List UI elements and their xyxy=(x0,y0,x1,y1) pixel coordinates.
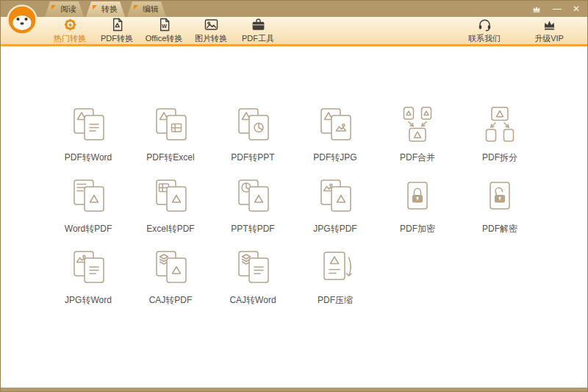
title-tabs: 阅读转换编辑 xyxy=(45,1,168,17)
toolbar-nav: 热门转换PDF转换WOffice转换图片转换PDF工具 xyxy=(46,17,282,44)
feature-label: CAJ转PDF xyxy=(149,294,193,307)
app-logo xyxy=(7,4,37,35)
feature-label: PDF解密 xyxy=(482,223,517,235)
tab-fold-icon xyxy=(51,5,56,10)
feature-word-to-pdf[interactable]: Word转PDF xyxy=(47,175,129,235)
tab-fold-icon xyxy=(93,5,97,10)
feature-label: JPG转Word xyxy=(65,294,112,307)
app-window: 阅读转换编辑 —✕ 热门转换PDF转换WOffice转换图片转换PDF工具 联系… xyxy=(0,0,588,392)
caj-to-word-icon xyxy=(232,246,273,288)
svg-text:W: W xyxy=(161,23,166,29)
toolbar-actions: 联系我们升级VIP xyxy=(461,18,577,44)
feature-pdf-to-jpg[interactable]: PDF转JPG xyxy=(294,104,376,164)
bottom-strip xyxy=(1,388,587,391)
tab-fold-icon xyxy=(134,5,138,10)
nav-item-label: PDF工具 xyxy=(242,33,274,44)
pdf-to-jpg-icon xyxy=(315,104,356,145)
feature-label: JPG转PDF xyxy=(313,223,356,235)
feature-pdf-to-word[interactable]: PDF转Word xyxy=(47,104,129,164)
title-tab-read[interactable]: 阅读 xyxy=(45,1,84,17)
office-document-icon: W xyxy=(157,18,172,32)
feature-ppt-to-pdf[interactable]: PPT转PDF xyxy=(212,175,294,235)
nav-item-label: Office转换 xyxy=(146,33,183,44)
crown-icon xyxy=(542,18,557,32)
nav-item-image[interactable]: 图片转换 xyxy=(187,17,234,44)
feature-label: PDF合并 xyxy=(400,152,435,164)
feature-jpg-to-word[interactable]: JPG转Word xyxy=(47,246,129,307)
caj-to-pdf-icon xyxy=(150,246,191,288)
feature-pdf-merge[interactable]: PDF合并 xyxy=(376,104,459,164)
main-content: PDF转WordPDF转ExcelPDF转PPTPDF转JPGPDF合并PDF拆… xyxy=(1,46,587,388)
feature-pdf-to-ppt[interactable]: PDF转PPT xyxy=(212,104,294,164)
feature-label: Word转PDF xyxy=(65,223,112,235)
feature-pdf-to-excel[interactable]: PDF转Excel xyxy=(129,104,212,164)
feature-pdf-split[interactable]: PDF拆分 xyxy=(459,104,541,164)
feature-label: PDF转Excel xyxy=(146,152,194,164)
crown-icon[interactable] xyxy=(531,4,542,14)
nav-item-label: 热门转换 xyxy=(54,33,86,44)
pdf-to-word-icon xyxy=(68,104,109,145)
pdf-decrypt-icon xyxy=(479,175,520,216)
action-label: 升级VIP xyxy=(534,33,564,44)
nav-item-office[interactable]: WOffice转换 xyxy=(140,17,187,44)
hot-badge-icon xyxy=(62,18,78,32)
pdf-split-icon xyxy=(479,104,520,145)
minimize-button[interactable]: — xyxy=(553,4,562,13)
briefcase-icon xyxy=(251,18,266,32)
ppt-to-pdf-icon xyxy=(232,175,273,216)
pdf-document-icon xyxy=(110,18,125,32)
conversion-grid: PDF转WordPDF转ExcelPDF转PPTPDF转JPGPDF合并PDF拆… xyxy=(1,46,587,307)
feature-label: PPT转PDF xyxy=(231,223,274,235)
titlebar: 阅读转换编辑 —✕ xyxy=(1,1,587,17)
pdf-to-ppt-icon xyxy=(232,104,273,145)
window-controls: —✕ xyxy=(531,1,580,17)
action-label: 联系我们 xyxy=(468,33,501,44)
nav-item-label: PDF转换 xyxy=(101,33,133,44)
pdf-merge-icon xyxy=(397,104,438,145)
feature-label: PDF加密 xyxy=(400,223,435,235)
feature-label: Excel转PDF xyxy=(146,223,194,235)
feature-label: PDF压缩 xyxy=(318,294,353,307)
tab-label: 转换 xyxy=(101,4,118,15)
tab-label: 编辑 xyxy=(143,4,159,15)
feature-label: PDF转JPG xyxy=(313,152,356,164)
word-to-pdf-icon xyxy=(68,175,109,216)
feature-label: CAJ转Word xyxy=(229,294,276,307)
pdf-compress-icon xyxy=(315,246,356,288)
feature-pdf-encrypt[interactable]: PDF加密 xyxy=(376,175,459,235)
nav-item-tools[interactable]: PDF工具 xyxy=(234,17,282,44)
jpg-to-pdf-icon xyxy=(315,175,356,216)
toolbar: 热门转换PDF转换WOffice转换图片转换PDF工具 联系我们升级VIP xyxy=(1,17,587,46)
nav-item-pdf[interactable]: PDF转换 xyxy=(93,17,140,44)
feature-pdf-compress[interactable]: PDF压缩 xyxy=(294,246,376,307)
excel-to-pdf-icon xyxy=(150,175,191,216)
tab-label: 阅读 xyxy=(60,4,76,15)
pdf-encrypt-icon xyxy=(397,175,438,216)
pdf-to-excel-icon xyxy=(150,104,191,145)
nav-item-hot[interactable]: 热门转换 xyxy=(46,17,93,44)
feature-excel-to-pdf[interactable]: Excel转PDF xyxy=(129,175,212,235)
feature-label: PDF拆分 xyxy=(482,152,517,164)
feature-jpg-to-pdf[interactable]: JPG转PDF xyxy=(294,175,376,235)
close-button[interactable]: ✕ xyxy=(573,4,580,13)
headset-icon xyxy=(477,18,492,32)
action-vip[interactable]: 升级VIP xyxy=(526,18,573,44)
nav-item-label: 图片转换 xyxy=(195,33,227,44)
image-icon xyxy=(204,18,219,32)
title-tab-convert[interactable]: 转换 xyxy=(86,1,125,17)
title-tab-edit[interactable]: 编辑 xyxy=(127,1,166,17)
feature-caj-to-word[interactable]: CAJ转Word xyxy=(212,246,294,307)
action-contact[interactable]: 联系我们 xyxy=(461,18,508,44)
feature-pdf-decrypt[interactable]: PDF解密 xyxy=(459,175,541,235)
feature-label: PDF转Word xyxy=(65,152,112,164)
feature-label: PDF转PPT xyxy=(231,152,274,164)
feature-caj-to-pdf[interactable]: CAJ转PDF xyxy=(129,246,212,307)
jpg-to-word-icon xyxy=(68,246,109,288)
